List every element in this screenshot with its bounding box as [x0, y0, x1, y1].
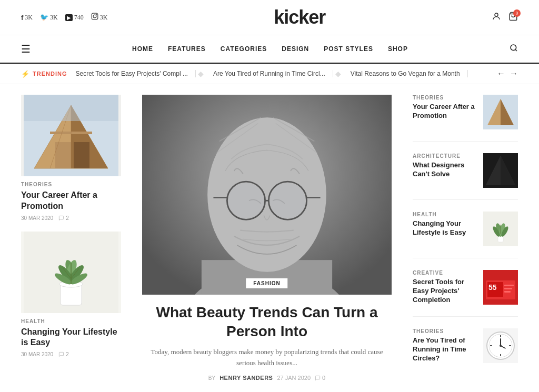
divider-3: [413, 258, 518, 258]
facebook-count: 3K: [25, 14, 33, 22]
hamburger-icon[interactable]: ☰: [21, 43, 31, 55]
nav-post-styles[interactable]: POST STYLES: [324, 45, 373, 53]
left-article-2-title[interactable]: Changing Your Lifestyle is Easy: [21, 327, 121, 349]
svg-rect-15: [24, 95, 118, 121]
left-article-1-date: 30 MAR 2020: [21, 215, 53, 221]
svg-point-3: [495, 13, 498, 16]
svg-point-32: [207, 117, 326, 272]
svg-point-2: [96, 14, 97, 15]
right-article-5-title[interactable]: Are You Tired of Running in Time Circles…: [413, 336, 477, 363]
left-column: THEORIES Your Career After a Promotion 3…: [21, 95, 132, 381]
trending-item-3[interactable]: Vital Reasons to Go Vegan for a Month: [343, 70, 468, 77]
right-article-5-category: THEORIES: [413, 328, 477, 334]
trending-next[interactable]: →: [510, 69, 518, 78]
trending-items: Secret Tools for Easy Projects' Compl ..…: [75, 69, 488, 78]
featured-byline: BY HENRY SANDERS 27 JAN 2020 0: [142, 375, 392, 381]
right-article-4: CREATIVE Secret Tools for Easy Projects'…: [413, 270, 518, 305]
right-thumb-4[interactable]: 55: [483, 270, 518, 305]
right-article-2-title[interactable]: What Designers Can't Solve: [413, 161, 477, 179]
svg-point-40: [270, 183, 306, 218]
svg-rect-64: [504, 291, 511, 293]
article-image-1[interactable]: [21, 95, 121, 176]
search-icon[interactable]: [510, 44, 518, 54]
social-links: f 3K 🐦 3K ▶ 740 3K: [21, 13, 107, 22]
featured-comments: 0: [315, 375, 325, 381]
left-article-1-meta: 30 MAR 2020 2: [21, 215, 121, 221]
svg-rect-0: [92, 13, 98, 19]
featured-description: Today, modern beauty bloggers make money…: [142, 347, 392, 369]
top-actions: 0: [492, 12, 518, 24]
trending-text: TRENDING: [33, 71, 67, 77]
trending-bar: ⚡ TRENDING Secret Tools for Easy Project…: [0, 64, 539, 84]
byline-by: BY: [208, 375, 215, 381]
youtube-count: 740: [74, 14, 84, 22]
bolt-icon: ⚡: [21, 70, 30, 78]
svg-rect-62: [504, 285, 514, 286]
divider-1: [413, 141, 518, 142]
featured-date: 27 JAN 2020: [277, 375, 311, 381]
nav-bar: ☰ HOME FEATURES CATEGORIES DESIGN POST S…: [0, 35, 539, 64]
featured-title: What Beauty Trends Can Turn a Person Int…: [142, 303, 392, 341]
divider-4: [413, 316, 518, 317]
right-article-1-title[interactable]: Your Career After a Promotion: [413, 103, 477, 120]
nav-design[interactable]: DESIGN: [282, 45, 309, 53]
trending-label: ⚡ TRENDING: [21, 70, 67, 78]
svg-point-1: [93, 15, 96, 18]
youtube-icon: ▶: [65, 14, 73, 21]
trending-item-2[interactable]: Are You Tired of Running in Time Circl..…: [206, 70, 333, 77]
right-article-4-info: CREATIVE Secret Tools for Easy Projects'…: [413, 270, 477, 305]
right-article-5-info: THEORIES Are You Tired of Running in Tim…: [413, 328, 477, 363]
trending-item-1[interactable]: Secret Tools for Easy Projects' Compl ..…: [75, 70, 195, 77]
social-youtube[interactable]: ▶ 740: [65, 14, 84, 22]
left-article-2-meta: 30 MAR 2020 2: [21, 351, 121, 357]
nav-shop[interactable]: SHOP: [388, 45, 408, 53]
nav-features[interactable]: FEATURES: [168, 45, 206, 53]
right-article-1: THEORIES Your Career After a Promotion: [413, 95, 518, 129]
user-icon[interactable]: [492, 12, 501, 24]
site-logo[interactable]: kicker: [274, 6, 325, 28]
right-article-3-info: HEALTH Changing Your Lifestyle is Easy: [413, 212, 477, 237]
right-thumb-5[interactable]: [483, 328, 518, 363]
right-article-2-info: ARCHITECTURE What Designers Can't Solve: [413, 153, 477, 179]
right-article-2-category: ARCHITECTURE: [413, 153, 477, 159]
social-facebook[interactable]: f 3K: [21, 14, 33, 22]
trending-prev[interactable]: ←: [497, 69, 505, 78]
left-article-1-title[interactable]: Your Career After a Promotion: [21, 190, 121, 212]
twitter-icon: 🐦: [40, 13, 48, 22]
right-article-4-title[interactable]: Secret Tools for Easy Projects' Completi…: [413, 278, 477, 305]
facebook-icon: f: [21, 14, 23, 22]
svg-point-39: [228, 183, 264, 218]
nav-categories[interactable]: CATEGORIES: [221, 45, 267, 53]
right-thumb-3[interactable]: [483, 212, 518, 246]
featured-image[interactable]: [142, 95, 392, 295]
svg-line-6: [515, 49, 517, 51]
left-article-1: THEORIES Your Career After a Promotion 3…: [21, 95, 121, 221]
svg-rect-11: [74, 142, 89, 168]
social-instagram[interactable]: 3K: [91, 13, 108, 22]
featured-category-tag: FASHION: [246, 278, 287, 288]
right-article-4-category: CREATIVE: [413, 270, 477, 276]
right-thumb-2[interactable]: [483, 153, 518, 188]
svg-rect-10: [55, 142, 71, 168]
social-twitter[interactable]: 🐦 3K: [40, 13, 58, 22]
cart-icon-wrapper[interactable]: 0: [508, 12, 518, 23]
twitter-count: 3K: [50, 14, 58, 22]
right-article-3-title[interactable]: Changing Your Lifestyle is Easy: [413, 219, 477, 237]
left-article-1-comments: 2: [58, 215, 69, 221]
svg-text:55: 55: [488, 283, 497, 292]
right-article-5: THEORIES Are You Tired of Running in Tim…: [413, 328, 518, 363]
right-article-1-info: THEORIES Your Career After a Promotion: [413, 95, 477, 120]
right-article-3: HEALTH Changing Your Lifestyle is Easy: [413, 212, 518, 246]
article-image-2[interactable]: [21, 232, 121, 313]
right-thumb-1[interactable]: [483, 95, 518, 129]
svg-point-5: [511, 45, 516, 51]
main-content: THEORIES Your Career After a Promotion 3…: [0, 84, 539, 391]
trending-nav: ← →: [497, 69, 518, 78]
cart-count-badge: 0: [513, 9, 521, 17]
left-article-2-comments: 2: [58, 351, 69, 357]
left-article-2-category: HEALTH: [21, 318, 121, 324]
featured-author[interactable]: HENRY SANDERS: [219, 375, 273, 381]
nav-home[interactable]: HOME: [132, 45, 153, 53]
svg-rect-63: [504, 288, 512, 289]
divider-2: [413, 199, 518, 200]
